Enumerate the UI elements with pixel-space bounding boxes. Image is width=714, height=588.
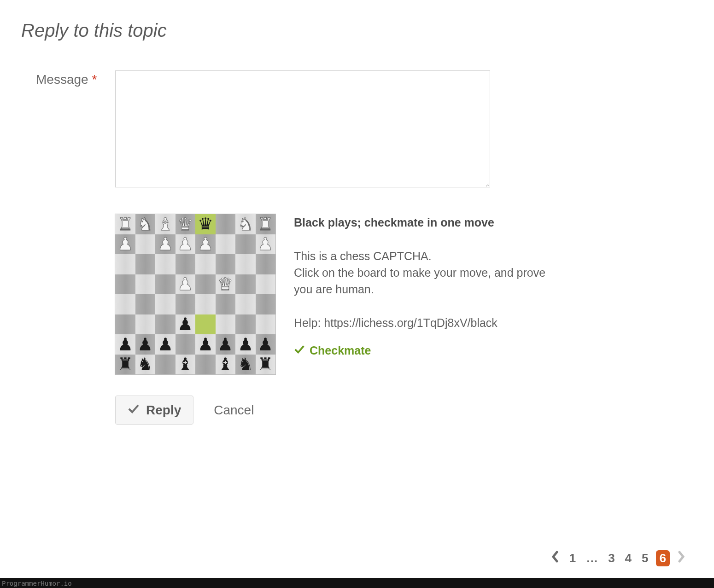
chess-piece-wp: ♟ bbox=[198, 235, 213, 253]
board-square[interactable]: ♜ bbox=[256, 355, 276, 375]
chess-piece-bb: ♝ bbox=[217, 355, 233, 373]
board-square[interactable] bbox=[216, 234, 236, 255]
board-square[interactable] bbox=[135, 314, 156, 335]
chess-piece-br: ♜ bbox=[117, 355, 133, 373]
board-square[interactable] bbox=[155, 254, 176, 274]
board-square[interactable] bbox=[256, 254, 276, 274]
cancel-button[interactable]: Cancel bbox=[214, 403, 254, 418]
board-square[interactable] bbox=[216, 314, 236, 335]
chess-piece-bp: ♟ bbox=[137, 336, 153, 353]
page-next-button bbox=[674, 550, 688, 567]
chess-piece-bn: ♞ bbox=[137, 355, 153, 373]
board-square[interactable] bbox=[195, 274, 216, 295]
board-square[interactable]: ♝ bbox=[155, 214, 176, 234]
chess-piece-wb: ♝ bbox=[158, 215, 173, 233]
board-square[interactable] bbox=[235, 314, 256, 335]
board-square[interactable] bbox=[135, 254, 156, 274]
board-square[interactable] bbox=[216, 214, 236, 234]
board-square[interactable] bbox=[195, 314, 216, 335]
page-number[interactable]: 4 bbox=[622, 550, 634, 566]
board-square[interactable]: ♟ bbox=[176, 274, 196, 295]
board-square[interactable]: ♟ bbox=[176, 234, 196, 255]
board-square[interactable] bbox=[235, 234, 256, 255]
board-square[interactable]: ♝ bbox=[216, 355, 236, 375]
board-square[interactable] bbox=[115, 294, 135, 314]
board-square[interactable]: ♜ bbox=[256, 214, 276, 234]
board-square[interactable] bbox=[216, 294, 236, 314]
board-square[interactable] bbox=[155, 294, 176, 314]
board-square[interactable]: ♟ bbox=[115, 234, 135, 255]
footer-strip bbox=[0, 578, 714, 588]
reply-button[interactable]: Reply bbox=[115, 396, 193, 425]
captcha-help-label: Help: bbox=[294, 316, 324, 329]
chess-piece-bp: ♟ bbox=[258, 336, 273, 353]
board-square[interactable] bbox=[176, 254, 196, 274]
board-square[interactable]: ♛ bbox=[176, 214, 196, 234]
chess-piece-bb: ♝ bbox=[177, 355, 193, 373]
board-square[interactable]: ♟ bbox=[155, 334, 176, 355]
board-square[interactable] bbox=[115, 314, 135, 335]
captcha-line-2: Click on the board to make your move, an… bbox=[294, 264, 547, 298]
watermark: ProgrammerHumor.io bbox=[2, 580, 72, 587]
message-input[interactable] bbox=[115, 70, 490, 187]
form-actions: Reply Cancel bbox=[115, 396, 693, 425]
required-asterisk: * bbox=[92, 72, 97, 87]
chess-piece-wn: ♞ bbox=[238, 215, 253, 233]
chess-piece-wp: ♟ bbox=[158, 235, 173, 253]
board-square[interactable] bbox=[235, 294, 256, 314]
board-square[interactable]: ♟ bbox=[216, 334, 236, 355]
board-square[interactable] bbox=[135, 234, 156, 255]
chess-piece-bn: ♞ bbox=[238, 355, 253, 373]
board-square[interactable]: ♟ bbox=[256, 334, 276, 355]
board-square[interactable] bbox=[115, 274, 135, 295]
board-square[interactable]: ♟ bbox=[235, 334, 256, 355]
chess-board[interactable]: ♜♞♝♛♛♞♜♟♟♟♟♟♟♛♟♟♟♟♟♟♟♟♜♞♝♝♞♜ bbox=[115, 214, 275, 374]
board-square[interactable]: ♟ bbox=[115, 334, 135, 355]
board-square[interactable] bbox=[176, 294, 196, 314]
board-square[interactable]: ♜ bbox=[115, 355, 135, 375]
board-square[interactable]: ♟ bbox=[195, 334, 216, 355]
board-square[interactable] bbox=[216, 254, 236, 274]
board-square[interactable]: ♟ bbox=[155, 234, 176, 255]
board-square[interactable] bbox=[256, 294, 276, 314]
board-square[interactable]: ♞ bbox=[135, 355, 156, 375]
check-icon bbox=[128, 402, 140, 418]
board-square[interactable]: ♟ bbox=[195, 234, 216, 255]
board-square[interactable] bbox=[155, 355, 176, 375]
page-number[interactable]: 3 bbox=[605, 550, 617, 566]
page-number[interactable]: 1 bbox=[567, 550, 579, 566]
board-square[interactable]: ♟ bbox=[256, 234, 276, 255]
board-square[interactable] bbox=[135, 274, 156, 295]
board-square[interactable] bbox=[176, 334, 196, 355]
page-ellipsis: … bbox=[583, 550, 601, 566]
board-square[interactable]: ♝ bbox=[176, 355, 196, 375]
board-square[interactable]: ♛ bbox=[195, 214, 216, 234]
board-square[interactable] bbox=[195, 355, 216, 375]
board-square[interactable]: ♞ bbox=[235, 355, 256, 375]
board-square[interactable] bbox=[195, 254, 216, 274]
board-square[interactable] bbox=[135, 294, 156, 314]
board-square[interactable] bbox=[235, 274, 256, 295]
board-square[interactable] bbox=[235, 254, 256, 274]
board-square[interactable] bbox=[155, 314, 176, 335]
chess-piece-bq: ♛ bbox=[198, 215, 213, 233]
captcha-solved-label: Checkmate bbox=[310, 342, 371, 359]
board-square[interactable]: ♟ bbox=[176, 314, 196, 335]
board-square[interactable] bbox=[115, 254, 135, 274]
captcha-help-link[interactable]: https://lichess.org/1TqDj8xV/black bbox=[324, 316, 497, 329]
board-square[interactable] bbox=[195, 294, 216, 314]
board-square[interactable]: ♞ bbox=[235, 214, 256, 234]
board-square[interactable]: ♜ bbox=[115, 214, 135, 234]
page-number[interactable]: 5 bbox=[639, 550, 651, 566]
board-square[interactable]: ♟ bbox=[135, 334, 156, 355]
board-square[interactable] bbox=[155, 274, 176, 295]
page-prev-button[interactable] bbox=[548, 550, 562, 567]
chess-piece-wp: ♟ bbox=[177, 275, 193, 293]
board-square[interactable] bbox=[256, 274, 276, 295]
board-square[interactable] bbox=[256, 314, 276, 335]
board-square[interactable]: ♞ bbox=[135, 214, 156, 234]
chess-piece-bp: ♟ bbox=[198, 336, 213, 353]
board-square[interactable]: ♛ bbox=[216, 274, 236, 295]
page-title: Reply to this topic bbox=[21, 20, 693, 41]
captcha-line-1: This is a chess CAPTCHA. bbox=[294, 248, 547, 264]
